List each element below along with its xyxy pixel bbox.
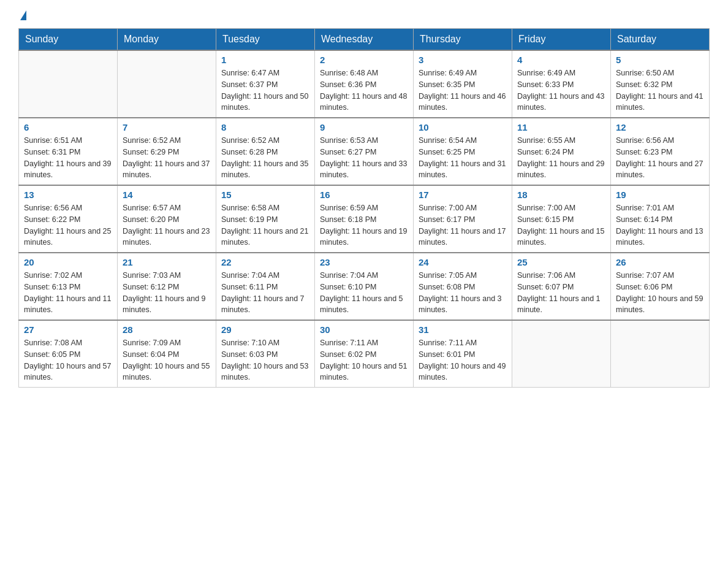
weekday-header-monday: Monday: [118, 29, 216, 51]
day-detail: Sunrise: 7:11 AMSunset: 6:02 PMDaylight:…: [320, 337, 408, 383]
calendar-cell: 15Sunrise: 6:58 AMSunset: 6:19 PMDayligh…: [216, 185, 315, 253]
calendar-cell: 9Sunrise: 6:53 AMSunset: 6:27 PMDaylight…: [315, 118, 414, 185]
day-number: 30: [320, 324, 408, 335]
day-detail: Sunrise: 7:05 AMSunset: 6:08 PMDaylight:…: [419, 270, 507, 316]
day-number: 22: [221, 257, 309, 267]
day-detail: Sunrise: 6:52 AMSunset: 6:28 PMDaylight:…: [221, 135, 309, 181]
calendar-cell: [611, 320, 710, 388]
day-detail: Sunrise: 7:11 AMSunset: 6:01 PMDaylight:…: [419, 337, 507, 383]
day-number: 3: [419, 55, 507, 65]
page-header: [18, 12, 710, 22]
weekday-header-friday: Friday: [512, 29, 611, 51]
day-number: 12: [616, 122, 704, 132]
day-detail: Sunrise: 6:56 AMSunset: 6:23 PMDaylight:…: [616, 135, 704, 181]
calendar-cell: 24Sunrise: 7:05 AMSunset: 6:08 PMDayligh…: [414, 253, 512, 320]
day-detail: Sunrise: 7:01 AMSunset: 6:14 PMDaylight:…: [616, 202, 704, 248]
day-number: 18: [517, 190, 605, 200]
day-detail: Sunrise: 6:54 AMSunset: 6:25 PMDaylight:…: [419, 135, 507, 181]
day-detail: Sunrise: 6:49 AMSunset: 6:35 PMDaylight:…: [419, 67, 507, 113]
day-number: 9: [320, 122, 408, 132]
weekday-header-saturday: Saturday: [611, 29, 710, 51]
calendar-cell: 22Sunrise: 7:04 AMSunset: 6:11 PMDayligh…: [216, 253, 315, 320]
day-detail: Sunrise: 7:00 AMSunset: 6:15 PMDaylight:…: [517, 202, 605, 248]
weekday-header-tuesday: Tuesday: [216, 29, 315, 51]
day-detail: Sunrise: 7:10 AMSunset: 6:03 PMDaylight:…: [221, 337, 309, 383]
day-detail: Sunrise: 7:04 AMSunset: 6:10 PMDaylight:…: [320, 270, 408, 316]
day-detail: Sunrise: 7:09 AMSunset: 6:04 PMDaylight:…: [123, 337, 211, 383]
logo-triangle-icon: [20, 10, 26, 20]
logo: [18, 12, 26, 22]
calendar-cell: 19Sunrise: 7:01 AMSunset: 6:14 PMDayligh…: [611, 185, 710, 253]
day-detail: Sunrise: 6:50 AMSunset: 6:32 PMDaylight:…: [616, 67, 704, 113]
calendar-cell: 5Sunrise: 6:50 AMSunset: 6:32 PMDaylight…: [611, 50, 710, 118]
day-number: 1: [221, 55, 309, 65]
calendar-cell: 18Sunrise: 7:00 AMSunset: 6:15 PMDayligh…: [512, 185, 611, 253]
calendar-cell: 30Sunrise: 7:11 AMSunset: 6:02 PMDayligh…: [315, 320, 414, 388]
day-detail: Sunrise: 6:47 AMSunset: 6:37 PMDaylight:…: [221, 67, 309, 113]
day-detail: Sunrise: 7:07 AMSunset: 6:06 PMDaylight:…: [616, 270, 704, 316]
calendar-cell: 7Sunrise: 6:52 AMSunset: 6:29 PMDaylight…: [118, 118, 216, 185]
calendar-cell: [19, 50, 118, 118]
calendar-cell: 12Sunrise: 6:56 AMSunset: 6:23 PMDayligh…: [611, 118, 710, 185]
day-number: 13: [24, 190, 112, 200]
week-row-4: 20Sunrise: 7:02 AMSunset: 6:13 PMDayligh…: [19, 253, 710, 320]
day-number: 6: [24, 122, 112, 132]
weekday-header-sunday: Sunday: [19, 29, 118, 51]
day-detail: Sunrise: 6:59 AMSunset: 6:18 PMDaylight:…: [320, 202, 408, 248]
calendar-cell: 28Sunrise: 7:09 AMSunset: 6:04 PMDayligh…: [118, 320, 216, 388]
calendar-cell: 25Sunrise: 7:06 AMSunset: 6:07 PMDayligh…: [512, 253, 611, 320]
day-number: 31: [419, 324, 507, 335]
day-number: 15: [221, 190, 309, 200]
day-number: 7: [123, 122, 211, 132]
day-number: 5: [616, 55, 704, 65]
day-number: 23: [320, 257, 408, 267]
day-number: 8: [221, 122, 309, 132]
day-number: 24: [419, 257, 507, 267]
day-number: 11: [517, 122, 605, 132]
day-detail: Sunrise: 6:48 AMSunset: 6:36 PMDaylight:…: [320, 67, 408, 113]
calendar-cell: 6Sunrise: 6:51 AMSunset: 6:31 PMDaylight…: [19, 118, 118, 185]
calendar-cell: 23Sunrise: 7:04 AMSunset: 6:10 PMDayligh…: [315, 253, 414, 320]
calendar-cell: 27Sunrise: 7:08 AMSunset: 6:05 PMDayligh…: [19, 320, 118, 388]
calendar-cell: 3Sunrise: 6:49 AMSunset: 6:35 PMDaylight…: [414, 50, 512, 118]
calendar-cell: 29Sunrise: 7:10 AMSunset: 6:03 PMDayligh…: [216, 320, 315, 388]
weekday-header-thursday: Thursday: [414, 29, 512, 51]
day-detail: Sunrise: 7:06 AMSunset: 6:07 PMDaylight:…: [517, 270, 605, 316]
calendar-cell: [118, 50, 216, 118]
day-detail: Sunrise: 6:55 AMSunset: 6:24 PMDaylight:…: [517, 135, 605, 181]
day-detail: Sunrise: 6:58 AMSunset: 6:19 PMDaylight:…: [221, 202, 309, 248]
week-row-3: 13Sunrise: 6:56 AMSunset: 6:22 PMDayligh…: [19, 185, 710, 253]
calendar-cell: 11Sunrise: 6:55 AMSunset: 6:24 PMDayligh…: [512, 118, 611, 185]
day-number: 14: [123, 190, 211, 200]
week-row-1: 1Sunrise: 6:47 AMSunset: 6:37 PMDaylight…: [19, 50, 710, 118]
calendar-cell: 21Sunrise: 7:03 AMSunset: 6:12 PMDayligh…: [118, 253, 216, 320]
day-number: 28: [123, 324, 211, 335]
calendar-cell: 2Sunrise: 6:48 AMSunset: 6:36 PMDaylight…: [315, 50, 414, 118]
day-number: 19: [616, 190, 704, 200]
day-detail: Sunrise: 7:04 AMSunset: 6:11 PMDaylight:…: [221, 270, 309, 316]
day-detail: Sunrise: 6:56 AMSunset: 6:22 PMDaylight:…: [24, 202, 112, 248]
calendar-cell: 31Sunrise: 7:11 AMSunset: 6:01 PMDayligh…: [414, 320, 512, 388]
week-row-2: 6Sunrise: 6:51 AMSunset: 6:31 PMDaylight…: [19, 118, 710, 185]
calendar-table: SundayMondayTuesdayWednesdayThursdayFrid…: [18, 28, 710, 388]
week-row-5: 27Sunrise: 7:08 AMSunset: 6:05 PMDayligh…: [19, 320, 710, 388]
day-detail: Sunrise: 7:00 AMSunset: 6:17 PMDaylight:…: [419, 202, 507, 248]
day-detail: Sunrise: 7:03 AMSunset: 6:12 PMDaylight:…: [123, 270, 211, 316]
calendar-cell: 16Sunrise: 6:59 AMSunset: 6:18 PMDayligh…: [315, 185, 414, 253]
day-detail: Sunrise: 6:49 AMSunset: 6:33 PMDaylight:…: [517, 67, 605, 113]
calendar-cell: [512, 320, 611, 388]
calendar-cell: 26Sunrise: 7:07 AMSunset: 6:06 PMDayligh…: [611, 253, 710, 320]
calendar-cell: 14Sunrise: 6:57 AMSunset: 6:20 PMDayligh…: [118, 185, 216, 253]
day-number: 10: [419, 122, 507, 132]
day-number: 25: [517, 257, 605, 267]
day-number: 4: [517, 55, 605, 65]
calendar-cell: 20Sunrise: 7:02 AMSunset: 6:13 PMDayligh…: [19, 253, 118, 320]
calendar-cell: 8Sunrise: 6:52 AMSunset: 6:28 PMDaylight…: [216, 118, 315, 185]
day-number: 26: [616, 257, 704, 267]
day-detail: Sunrise: 6:52 AMSunset: 6:29 PMDaylight:…: [123, 135, 211, 181]
calendar-cell: 10Sunrise: 6:54 AMSunset: 6:25 PMDayligh…: [414, 118, 512, 185]
day-number: 17: [419, 190, 507, 200]
calendar-cell: 1Sunrise: 6:47 AMSunset: 6:37 PMDaylight…: [216, 50, 315, 118]
day-detail: Sunrise: 6:57 AMSunset: 6:20 PMDaylight:…: [123, 202, 211, 248]
day-number: 16: [320, 190, 408, 200]
